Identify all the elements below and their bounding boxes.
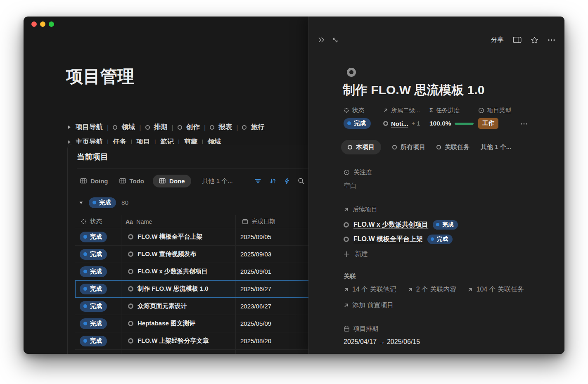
table-view-icon (159, 178, 166, 184)
property-status: 状态 完成 (344, 106, 371, 129)
column-header-status[interactable]: 状态 (75, 218, 121, 225)
tab-ring-icon (436, 145, 441, 149)
status-pill: 完成 (433, 220, 458, 230)
more-menu-icon[interactable] (548, 39, 555, 41)
automation-bolt-icon[interactable] (284, 178, 290, 184)
tab-more[interactable]: 其他 1 个... (481, 143, 511, 151)
property-parent-label[interactable]: 所属二级... (383, 106, 420, 114)
search-icon[interactable] (298, 178, 305, 185)
progress-bar (455, 123, 474, 125)
row-name[interactable]: Heptabase 图文测评 (138, 320, 195, 327)
view-tab-todo[interactable]: Todo (119, 178, 145, 185)
expand-page-icon[interactable] (332, 37, 339, 43)
group-label: 完成 (99, 199, 111, 206)
table-view-icon (80, 178, 87, 184)
tab-linked-tasks[interactable]: 关联任务 (436, 143, 469, 151)
nav-link-travel[interactable]: 旅行 (251, 123, 264, 132)
tab-ring-icon (348, 145, 352, 149)
property-status-label[interactable]: 状态 (344, 106, 371, 114)
page-ring-icon (128, 234, 133, 239)
tab-ring-icon (392, 145, 397, 149)
schedule-property-label[interactable]: 项目排期 (344, 325, 378, 333)
view-tab-doing[interactable]: Doing (80, 178, 108, 185)
tab-all-projects[interactable]: 所有项目 (392, 143, 425, 151)
close-window-button[interactable] (31, 21, 37, 27)
property-parent: 所属二级... Noti... + 1 (383, 106, 420, 129)
status-pill[interactable]: 完成 (80, 249, 107, 260)
filter-icon[interactable] (254, 178, 261, 184)
nav-link-report[interactable]: 报表 (218, 123, 232, 132)
column-header-name[interactable]: Aa Name (121, 218, 235, 225)
view-tab-label: Todo (130, 178, 145, 185)
followup-name[interactable]: FLO.W 模板全平台上架 (353, 235, 423, 244)
row-name[interactable]: FLO.W 宣传视频发布 (138, 250, 197, 258)
group-header: 完成 80 (79, 197, 128, 208)
close-side-peek-icon[interactable] (318, 37, 325, 43)
page-ring-icon (128, 321, 133, 326)
nav-link-schedule[interactable]: 排期 (154, 123, 168, 132)
group-status-pill[interactable]: 完成 (89, 197, 116, 208)
add-predecessor-link[interactable]: 添加 前置项目 (344, 301, 394, 310)
view-tab-done[interactable]: Done (153, 175, 191, 187)
status-property-icon (81, 218, 87, 225)
status-pill[interactable]: 完成 (80, 318, 107, 329)
share-button[interactable]: 分享 (491, 36, 504, 44)
title-property-icon: Aa (126, 218, 133, 225)
linked-content-link[interactable]: 2 个 关联内容 (408, 285, 457, 294)
property-status-value[interactable]: 完成 (344, 118, 371, 129)
property-progress-label[interactable]: Σ 任务进度 (429, 106, 474, 114)
status-pill[interactable]: 完成 (80, 266, 107, 277)
relation-arrow-icon (344, 303, 349, 308)
followup-projects-label[interactable]: 后续项目 (344, 206, 377, 213)
property-progress-value[interactable]: 100.0% (429, 118, 474, 129)
collapse-group-icon[interactable] (79, 201, 83, 205)
add-predecessor-row: 添加 前置项目 (344, 301, 394, 310)
attention-property-value[interactable]: 空白 (344, 182, 357, 190)
zoom-window-button[interactable] (49, 21, 54, 27)
row-name[interactable]: FLO.W x 少数派共创项目 (138, 268, 208, 275)
minimize-window-button[interactable] (40, 21, 45, 27)
more-views-button[interactable]: 其他 1 个... (202, 177, 233, 185)
relation-overflow-count[interactable]: + 1 (412, 120, 420, 127)
more-properties-icon[interactable] (520, 119, 528, 127)
property-type-label[interactable]: 项目类型 (478, 106, 511, 114)
row-name[interactable]: 制作 FLO.W 思流模板 1.0 (138, 285, 209, 293)
nav-link-create[interactable]: 创作 (186, 123, 200, 132)
attention-property-label[interactable]: 关注度 (344, 168, 372, 176)
app-window: 项目管理 项目导航 | 领域 | 排期 | 创作 | 报表 | 旅行 主页导航 … (24, 17, 564, 354)
group-count: 80 (121, 199, 128, 206)
project-title[interactable]: 制作 FLO.W 思流模板 1.0 (343, 82, 484, 99)
status-pill[interactable]: 完成 (80, 232, 107, 242)
followup-item[interactable]: FLO.W 模板全平台上架 完成 (344, 235, 453, 244)
calendar-icon (344, 326, 350, 332)
relation-links: 14 个 关联笔记 2 个 关联内容 104 个 关联任务 (344, 285, 524, 294)
followup-name[interactable]: FLO.W x 少数派共创项目 (353, 220, 428, 229)
property-parent-value[interactable]: Noti... + 1 (383, 118, 420, 129)
project-page-icon[interactable] (347, 68, 356, 77)
row-name[interactable]: FLO.W 上架经验分享文章 (138, 337, 209, 345)
plus-icon (344, 251, 350, 257)
row-name[interactable]: 众筹页面元素设计 (138, 302, 187, 310)
nav-link-domain[interactable]: 领域 (121, 123, 135, 132)
page-ring-icon (344, 222, 349, 228)
side-peek-layout-icon[interactable] (513, 36, 522, 43)
row-name[interactable]: FLO.W 模板全平台上架 (138, 233, 203, 241)
new-followup-button[interactable]: 新建 (344, 250, 368, 258)
linked-notes-link[interactable]: 14 个 关联笔记 (344, 285, 396, 294)
status-dot (92, 201, 96, 204)
nav-separator: | (107, 123, 109, 131)
toggle-right-icon[interactable] (67, 125, 71, 130)
status-pill[interactable]: 完成 (80, 336, 107, 346)
property-type-value[interactable]: 工作 (478, 118, 511, 129)
view-tab-label: Doing (90, 178, 108, 185)
followup-item[interactable]: FLO.W x 少数派共创项目 完成 (344, 220, 458, 230)
favorite-star-icon[interactable] (531, 36, 538, 44)
tab-this-project[interactable]: 本项目 (341, 140, 381, 154)
status-pill[interactable]: 完成 (80, 284, 107, 294)
nav-link-project-nav[interactable]: 项目导航 (76, 123, 103, 132)
page-title: 项目管理 (66, 65, 135, 88)
linked-tasks-link[interactable]: 104 个 关联任务 (467, 285, 524, 294)
status-pill[interactable]: 完成 (80, 301, 107, 312)
sort-icon[interactable] (269, 178, 276, 184)
schedule-property-value[interactable]: 2025/04/17 → 2025/06/15 (344, 338, 420, 346)
